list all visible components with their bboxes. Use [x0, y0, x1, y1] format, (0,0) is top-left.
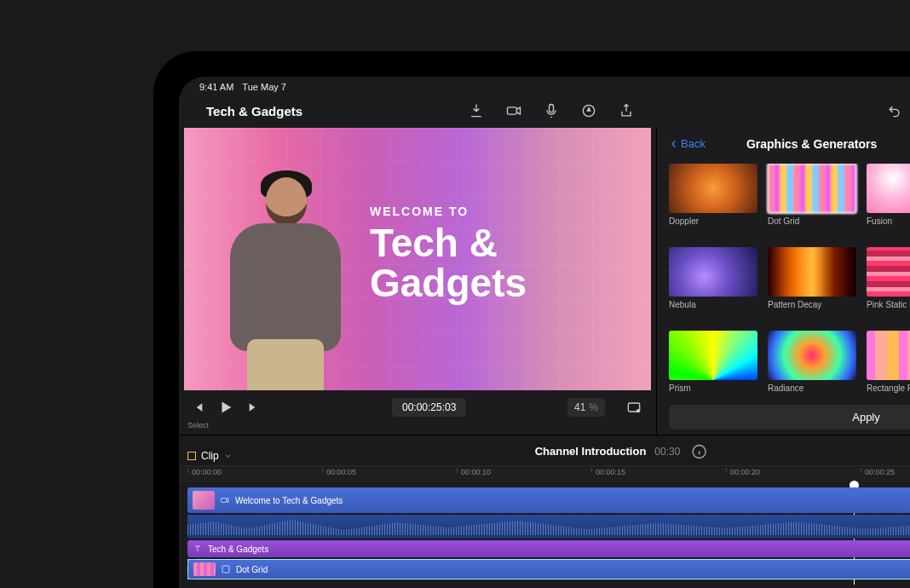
- title-track: Tech & Gadgets: [187, 540, 910, 557]
- enhance-icon[interactable]: [579, 101, 599, 121]
- chevron-down-icon: [224, 452, 233, 460]
- presenter-figure: [227, 169, 346, 390]
- clip-thumbnail: [193, 491, 215, 510]
- select-mode-label: Select: [187, 421, 209, 429]
- browser-back-label: Back: [681, 137, 706, 150]
- video-clip-name: Welcome to Tech & Gadgets: [235, 496, 343, 505]
- skip-forward-button[interactable]: [247, 401, 261, 414]
- svg-point-8: [636, 409, 640, 412]
- fullscreen-icon[interactable]: [624, 397, 644, 418]
- generator-track: Dot Grid: [187, 559, 910, 579]
- generator-label: Doppler: [669, 216, 757, 226]
- browser-title: Graphics & Generators: [746, 137, 877, 151]
- title-clip[interactable]: Tech & Gadgets: [187, 540, 910, 557]
- timeline-header: Select Clip Channel Introduction 00:30: [179, 435, 910, 465]
- generator-item-radiance[interactable]: Radiance: [768, 331, 856, 395]
- generator-thumbnail: [768, 247, 856, 297]
- status-date: Tue May 7: [242, 82, 286, 92]
- skip-back-button[interactable]: [191, 401, 204, 414]
- voiceover-icon[interactable]: [541, 101, 562, 121]
- apply-label: Apply: [852, 411, 880, 424]
- generator-thumbnail: [768, 164, 856, 213]
- share-icon[interactable]: [616, 101, 636, 121]
- ruler-tick: 00:00:20: [726, 468, 760, 473]
- title-kicker: WELCOME TO: [370, 205, 651, 218]
- generator-thumbnail: [669, 331, 757, 380]
- video-icon: [220, 495, 230, 505]
- svg-rect-13: [222, 566, 229, 573]
- generator-label: Fusion: [867, 216, 910, 226]
- generator-item-nebula[interactable]: Nebula: [669, 247, 757, 315]
- generator-clip-name: Dot Grid: [236, 565, 268, 574]
- svg-rect-0: [508, 107, 517, 114]
- generator-clip[interactable]: Dot Grid: [187, 559, 910, 579]
- ruler-tick: 00:00:00: [187, 468, 222, 473]
- generator-item-pattern-decay[interactable]: Pattern Decay: [768, 247, 856, 315]
- top-toolbar: Tech & Gadgets: [179, 94, 910, 128]
- browser-back-button[interactable]: Back: [669, 137, 706, 150]
- camera-icon[interactable]: [504, 101, 524, 121]
- import-icon[interactable]: [466, 101, 487, 121]
- generator-item-rectangle-pixels[interactable]: Rectangle Pixels: [867, 331, 910, 395]
- apply-button[interactable]: Apply: [669, 405, 910, 429]
- ruler-tick: 00:00:25: [861, 468, 895, 473]
- generator-thumbnail: [768, 331, 856, 380]
- svg-rect-1: [550, 105, 554, 112]
- generator-thumbnail: [669, 164, 757, 213]
- sequence-duration: 00:30: [654, 446, 680, 458]
- viewer-canvas[interactable]: WELCOME TO Tech & Gadgets: [184, 128, 651, 390]
- generator-thumbnail: [867, 331, 910, 380]
- clip-label: Clip: [201, 450, 219, 462]
- ruler-tick: 00:00:15: [591, 468, 625, 473]
- zoom-value: 41: [574, 401, 585, 413]
- generator-label: Pink Static Decay: [867, 300, 910, 309]
- generator-item-prism[interactable]: Prism: [669, 331, 757, 395]
- browser-panel: Back Graphics & Generators DopplerDot Gr…: [656, 128, 910, 435]
- generator-grid: DopplerDot GridFusionNebulaPattern Decay…: [669, 164, 910, 395]
- timecode-display[interactable]: 00:00:25:03: [392, 398, 466, 417]
- clip-thumbnail: [193, 562, 216, 576]
- generator-label: Rectangle Pixels: [867, 383, 910, 393]
- title-clip-name: Tech & Gadgets: [208, 545, 268, 554]
- app-window: 9:41 AM Tue May 7 Tech & Gadgets: [179, 77, 910, 588]
- generator-item-dot-grid[interactable]: Dot Grid: [768, 164, 856, 232]
- generator-label: Prism: [669, 383, 757, 393]
- zoom-unit: %: [589, 401, 598, 413]
- title-headline: Tech & Gadgets: [370, 223, 651, 303]
- status-bar: 9:41 AM Tue May 7: [179, 77, 910, 94]
- svg-rect-12: [222, 499, 227, 503]
- info-icon[interactable]: [688, 441, 709, 462]
- zoom-control[interactable]: 41 %: [567, 398, 605, 417]
- project-title: Tech & Gadgets: [206, 104, 302, 118]
- ruler-tick: 00:00:10: [457, 468, 491, 473]
- video-track: Welcome to Tech & Gadgets: [187, 487, 910, 539]
- transport-bar: 00:00:25:03 41 %: [184, 390, 651, 424]
- generator-thumbnail: [867, 247, 910, 297]
- back-button[interactable]: [189, 99, 196, 124]
- generator-label: Nebula: [669, 300, 757, 309]
- generator-label: Pattern Decay: [768, 300, 856, 309]
- generator-label: Dot Grid: [768, 216, 856, 226]
- timeline-tracks[interactable]: Welcome to Tech & Gadgets Tech & Gadgets…: [179, 482, 910, 585]
- generator-item-doppler[interactable]: Doppler: [669, 164, 757, 232]
- generator-icon: [221, 564, 231, 574]
- ruler-tick: 00:00:05: [322, 468, 356, 473]
- status-time: 9:41 AM: [199, 82, 233, 92]
- title-icon: [193, 544, 203, 554]
- timeline-ruler[interactable]: 00:00:0000:00:0500:00:1000:00:1500:00:20…: [179, 465, 910, 482]
- undo-icon[interactable]: [884, 101, 905, 121]
- title-overlay: WELCOME TO Tech & Gadgets: [370, 205, 651, 303]
- generator-item-pink-static-decay[interactable]: Pink Static Decay: [867, 247, 910, 315]
- device-frame: 9:41 AM Tue May 7 Tech & Gadgets: [153, 51, 910, 588]
- generator-thumbnail: [669, 247, 757, 297]
- play-button[interactable]: [216, 398, 235, 417]
- audio-waveform[interactable]: [187, 515, 910, 539]
- generator-item-fusion[interactable]: Fusion: [867, 164, 910, 232]
- generator-label: Radiance: [768, 383, 856, 393]
- viewer-panel: WELCOME TO Tech & Gadgets 00:00:25:03 41…: [179, 128, 656, 435]
- clip-badge-icon: [187, 452, 196, 460]
- video-clip[interactable]: Welcome to Tech & Gadgets: [187, 487, 910, 513]
- clip-selector[interactable]: Clip: [187, 450, 233, 462]
- generator-thumbnail: [867, 164, 910, 213]
- sequence-name: Channel Introduction: [535, 445, 647, 458]
